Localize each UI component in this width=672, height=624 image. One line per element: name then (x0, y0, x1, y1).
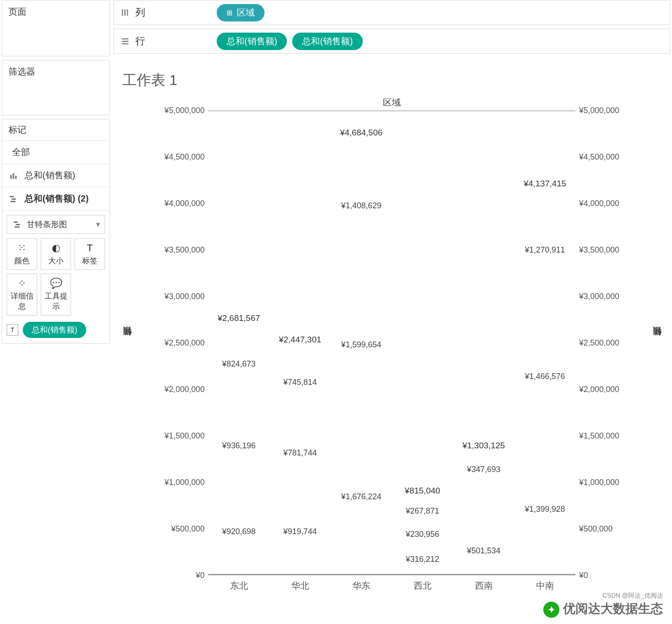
segment-label: ¥1,399,928 (525, 505, 565, 514)
y-tick: ¥1,500,000 (579, 431, 619, 441)
x-label: 华东 (331, 575, 392, 602)
mark-type-select[interactable]: 甘特条形图 ▾ (7, 215, 105, 234)
y-tick: ¥1,000,000 (579, 478, 619, 487)
y-tick: ¥3,000,000 (579, 292, 619, 301)
segment-label: ¥824,673 (222, 359, 256, 369)
total-label: ¥4,137,415 (524, 179, 566, 189)
x-label: 西南 (453, 575, 514, 602)
svg-rect-12 (14, 222, 18, 223)
filters-shelf[interactable]: 筛选器 (2, 60, 110, 115)
column-pill-region[interactable]: ⊞ 区域 (217, 4, 265, 21)
size-icon: ◐ (43, 242, 69, 254)
y-tick: ¥4,000,000 (164, 199, 205, 208)
label-button[interactable]: T标签 (75, 238, 105, 270)
svg-rect-6 (10, 175, 12, 179)
total-label: ¥2,447,301 (279, 335, 321, 345)
svg-rect-8 (15, 176, 17, 179)
segment-label: ¥919,744 (283, 527, 317, 536)
row-pill-b[interactable]: 总和(销售额) (292, 33, 362, 50)
segment-label: ¥267,871 (406, 506, 439, 516)
label-pill-row[interactable]: T 总和(销售额) (7, 322, 86, 338)
y-tick: ¥0 (196, 571, 205, 580)
y-tick: ¥0 (579, 571, 588, 580)
bar-column[interactable]: ¥920,698¥936,196¥824,673¥2,681,567 (208, 111, 269, 574)
y-tick: ¥2,000,000 (164, 385, 205, 394)
label-pill[interactable]: 总和(销售额) (23, 322, 86, 338)
segment-label: ¥316,212 (406, 555, 439, 564)
segment-label: ¥230,956 (406, 529, 439, 539)
svg-rect-5 (122, 43, 129, 45)
size-button[interactable]: ◐大小 (41, 238, 71, 270)
rows-icon (120, 36, 130, 46)
segment-label: ¥920,698 (222, 527, 256, 536)
svg-rect-11 (11, 201, 16, 202)
wechat-icon: ✦ (543, 602, 559, 618)
plot[interactable]: ¥920,698¥936,196¥824,673¥2,681,567¥919,7… (208, 110, 575, 575)
x-label: 华北 (269, 575, 331, 602)
pages-label: 页面 (8, 7, 26, 17)
total-label: ¥2,681,567 (218, 313, 260, 323)
y-tick: ¥4,500,000 (164, 152, 205, 162)
marks-header: 标记 (2, 119, 109, 141)
segment-label: ¥1,408,629 (341, 201, 381, 211)
svg-rect-13 (16, 224, 20, 225)
segment-label: ¥745,814 (283, 377, 317, 387)
tooltip-icon: 💬 (43, 278, 69, 289)
y-tick: ¥500,000 (579, 524, 613, 534)
bar-column[interactable]: ¥316,212¥230,956¥267,871¥815,040 (392, 111, 453, 574)
segment-label: ¥1,466,576 (525, 372, 565, 381)
watermark-sub: CSDN @阿达_优阅达 (602, 592, 663, 600)
y-tick: ¥4,500,000 (579, 152, 619, 162)
x-axis-labels: 东北华北华东西北西南中南 (208, 575, 575, 602)
y-tick: ¥5,000,000 (579, 106, 619, 115)
bar-column[interactable]: ¥1,399,928¥1,466,576¥1,270,911¥4,137,415 (514, 111, 575, 574)
filters-label: 筛选器 (8, 67, 35, 76)
segment-label: ¥781,744 (283, 448, 317, 457)
svg-rect-3 (122, 38, 129, 40)
y-tick: ¥1,500,000 (164, 431, 205, 441)
color-button[interactable]: ⁙颜色 (7, 238, 37, 270)
y-tick: ¥2,000,000 (579, 385, 619, 394)
rows-shelf[interactable]: 行 总和(销售额) 总和(销售额) (113, 29, 670, 54)
sheet-title: 工作表 1 (122, 71, 663, 90)
segment-label: ¥1,676,224 (341, 492, 381, 501)
y-tick: ¥5,000,000 (164, 106, 205, 115)
y-ticks-right: ¥0¥500,000¥1,000,000¥1,500,000¥2,000,000… (575, 110, 651, 575)
total-label: ¥1,303,125 (462, 441, 505, 451)
y-tick: ¥3,000,000 (164, 292, 205, 301)
bar-column[interactable]: ¥501,534¥347,693¥1,303,125 (453, 111, 514, 574)
detail-icon: ⁘ (9, 278, 35, 289)
label-icon: T (77, 242, 103, 254)
svg-rect-10 (12, 198, 16, 200)
columns-label: 列 (135, 6, 211, 19)
chevron-down-icon: ▾ (96, 219, 100, 229)
detail-button[interactable]: ⁘详细信息 (7, 274, 37, 316)
row-pill-a[interactable]: 总和(销售额) (217, 33, 287, 50)
plus-icon: ⊞ (227, 8, 232, 17)
x-label: 中南 (514, 575, 575, 602)
segment-label: ¥501,534 (467, 546, 500, 556)
marks-item-bar[interactable]: 总和(销售额) (2, 164, 109, 187)
total-label: ¥815,040 (405, 486, 440, 496)
total-label: ¥4,684,506 (340, 128, 382, 138)
marks-item-gantt[interactable]: 总和(销售额) (2) (2, 187, 109, 211)
bar-column[interactable]: ¥919,744¥781,744¥745,814¥2,447,301 (269, 111, 331, 574)
y-tick: ¥2,500,000 (164, 338, 205, 348)
svg-rect-4 (122, 41, 129, 42)
pages-shelf[interactable]: 页面 (2, 0, 110, 56)
svg-rect-9 (10, 196, 14, 197)
text-icon: T (7, 324, 18, 336)
bar-column[interactable]: ¥1,676,224¥1,599,654¥1,408,629¥4,684,506 (331, 111, 392, 574)
y-tick: ¥3,500,000 (164, 245, 205, 255)
segment-label: ¥1,270,911 (525, 245, 565, 255)
y-tick: ¥3,500,000 (579, 245, 619, 255)
y-tick: ¥2,500,000 (579, 338, 619, 348)
columns-shelf[interactable]: 列 ⊞ 区域 (113, 0, 670, 25)
y-tick: ¥1,000,000 (164, 478, 205, 487)
segment-label: ¥936,196 (222, 441, 256, 450)
tooltip-button[interactable]: 💬工具提示 (41, 274, 71, 316)
gantt-icon (8, 194, 18, 204)
segment-label: ¥347,693 (467, 465, 500, 474)
marks-all[interactable]: 全部 (2, 141, 109, 164)
y-tick: ¥500,000 (171, 524, 205, 534)
